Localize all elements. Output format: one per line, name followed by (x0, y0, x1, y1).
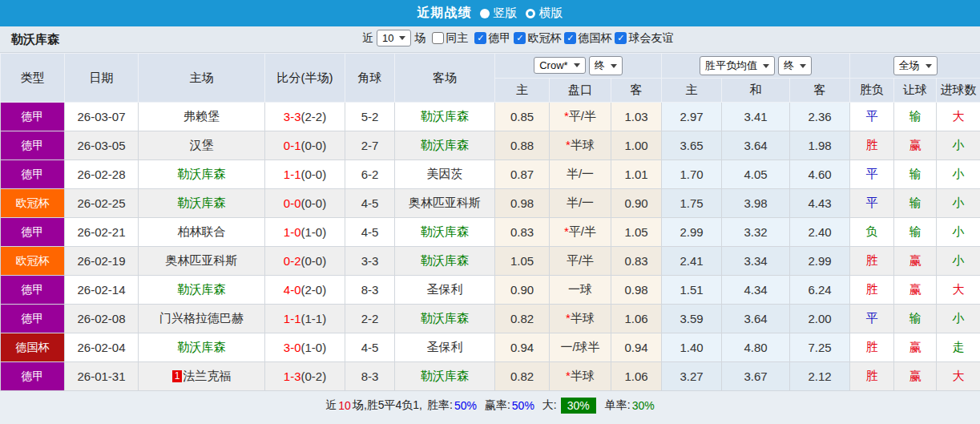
avg-away-odds: 2.99 (790, 247, 850, 276)
result-goals: 走 (937, 333, 980, 362)
layout-radio-horizontal[interactable]: 横版 (526, 6, 563, 21)
table-row: 德甲26-02-21柏林联合1-0(1-0)4-5勒沃库森0.83*平/半1.0… (1, 218, 980, 247)
away-team-name: 勒沃库森 (421, 369, 469, 382)
match-count-select[interactable]: 10 (377, 30, 411, 46)
home-team: 勒沃库森 (139, 333, 265, 362)
avg-time-select[interactable]: 终 (778, 56, 812, 75)
avg-group-header: 胜平负均值 终 (662, 54, 850, 79)
score: 1-1(0-0) (265, 160, 345, 189)
away-team-name: 勒沃库森 (421, 311, 469, 325)
away-team: 勒沃库森 (395, 131, 495, 160)
result-group-header: 全场 (850, 54, 980, 79)
league-checkbox[interactable]: ✓ (474, 32, 486, 44)
handicap: 一/球半 (550, 333, 611, 362)
col-avg-home: 主 (662, 79, 722, 103)
league-filter-0[interactable]: ✓德甲 (474, 31, 510, 46)
same-home-filter[interactable]: 同主 (432, 31, 468, 46)
away-team: 勒沃库森 (395, 103, 495, 131)
crow-home-odds: 0.82 (495, 305, 550, 333)
results-tbody: 德甲26-03-07弗赖堡3-3(2-2)5-2勒沃库森0.85*平/半1.03… (1, 103, 980, 391)
chevron-down-icon (611, 64, 617, 68)
crow-away-odds: 1.00 (611, 131, 662, 160)
result-handicap: 输 (894, 218, 937, 247)
col-odds-away: 客 (611, 79, 662, 103)
table-row: 德甲26-02-28勒沃库森1-1(0-0)6-2美因茨0.87半/一1.011… (1, 160, 980, 189)
avg-home-odds: 3.65 (662, 131, 722, 160)
footer-summary: 场,胜5平4负1, (353, 398, 422, 413)
handicap: *平/半 (550, 218, 611, 247)
match-date: 26-01-31 (65, 362, 139, 391)
table-row: 德甲26-03-07弗赖堡3-3(2-2)5-2勒沃库森0.85*平/半1.03… (1, 103, 980, 131)
match-date: 26-02-14 (65, 276, 139, 305)
crow-home-odds: 0.87 (495, 160, 550, 189)
score: 0-1(0-0) (265, 131, 345, 160)
league-checkbox[interactable]: ✓ (514, 32, 526, 44)
away-team: 勒沃库森 (395, 247, 495, 276)
avg-away-odds: 6.24 (790, 276, 850, 305)
col-score: 比分(半场) (265, 54, 345, 103)
corners: 6-2 (345, 160, 395, 189)
home-team-name: 勒沃库森 (178, 196, 226, 209)
crow-home-odds: 0.83 (495, 218, 550, 247)
league-filter-3[interactable]: ✓球会友谊 (615, 31, 673, 46)
radio-unselected-icon[interactable] (526, 9, 535, 18)
league-filter-2[interactable]: ✓德国杯 (564, 31, 611, 46)
league-badge: 欧冠杯 (1, 247, 65, 276)
result-wdl: 平 (850, 103, 894, 131)
avg-draw-odds: 3.98 (722, 189, 790, 218)
avg-away-odds: 1.98 (790, 131, 850, 160)
footer-singlerate-label: 单率: (605, 398, 631, 413)
avg-draw-odds: 3.41 (722, 103, 790, 131)
footer-big-label: 大: (542, 398, 557, 413)
odds-source-select[interactable]: Crow* (534, 57, 585, 74)
crow-away-odds: 0.83 (611, 247, 662, 276)
league-badge: 德甲 (1, 305, 65, 333)
recent-label: 近 (362, 31, 373, 46)
footer-winrate-value: 50% (454, 399, 477, 412)
away-team-name: 美因茨 (427, 167, 463, 180)
rank-badge: 1 (172, 370, 183, 382)
filter-controls: 近 10 场 同主 ✓德甲✓欧冠杯✓德国杯✓球会友谊 (362, 30, 673, 46)
league-checkbox[interactable]: ✓ (564, 32, 576, 44)
score: 1-0(1-0) (265, 218, 345, 247)
away-team: 勒沃库森 (395, 362, 495, 391)
avg-home-odds: 3.27 (662, 362, 722, 391)
stats-footer: 近 10 场,胜5平4负1, 胜率: 50% 赢率: 50% 大: 30% 单率… (0, 391, 980, 419)
result-goals: 大 (937, 103, 980, 131)
result-wdl: 负 (850, 218, 894, 247)
table-row: 欧冠杯26-02-19奥林匹亚科斯0-2(0-0)3-3勒沃库森1.05平/半0… (1, 247, 980, 276)
footer-big-value: 30% (561, 398, 596, 414)
league-badge: 德甲 (1, 276, 65, 305)
layout-radio-vertical[interactable]: 竖版 (480, 6, 518, 21)
score: 1-1(1-1) (265, 305, 345, 333)
avg-source-select[interactable]: 胜平负均值 (700, 56, 775, 75)
crow-home-odds: 0.90 (495, 276, 550, 305)
scope-select[interactable]: 全场 (893, 56, 938, 75)
league-filter-1[interactable]: ✓欧冠杯 (514, 31, 561, 46)
chevron-down-icon (800, 64, 806, 68)
col-away: 客场 (395, 54, 495, 103)
avg-away-odds: 2.12 (790, 362, 850, 391)
table-row: 德国杯26-02-04勒沃库森3-0(1-0)4-5圣保利0.94一/球半0.9… (1, 333, 980, 362)
odds-time-select[interactable]: 终 (589, 56, 623, 75)
home-team-name: 法兰克福 (183, 369, 231, 382)
home-team-name: 门兴格拉德巴赫 (159, 311, 244, 325)
footer-singlerate-value: 30% (632, 399, 655, 412)
same-home-checkbox[interactable] (432, 32, 444, 44)
crow-away-odds: 1.06 (611, 305, 662, 333)
handicap: 半/一 (550, 189, 611, 218)
avg-home-odds: 1.40 (662, 333, 722, 362)
crow-away-odds: 1.05 (611, 218, 662, 247)
table-row: 欧冠杯26-02-25勒沃库森0-0(0-0)4-5奥林匹亚科斯0.98半/一0… (1, 189, 980, 218)
league-checkbox[interactable]: ✓ (615, 32, 627, 44)
chevron-down-icon (574, 63, 580, 67)
crow-away-odds: 1.06 (611, 362, 662, 391)
handicap: 半/一 (550, 160, 611, 189)
col-handicap: 盘口 (550, 79, 611, 103)
radio-selected-icon[interactable] (480, 9, 490, 18)
result-wdl: 平 (850, 160, 894, 189)
home-team-name: 汉堡 (190, 138, 214, 151)
away-team-name: 圣保利 (427, 340, 463, 353)
home-team-name: 勒沃库森 (178, 282, 226, 296)
corners: 8-3 (345, 362, 395, 391)
